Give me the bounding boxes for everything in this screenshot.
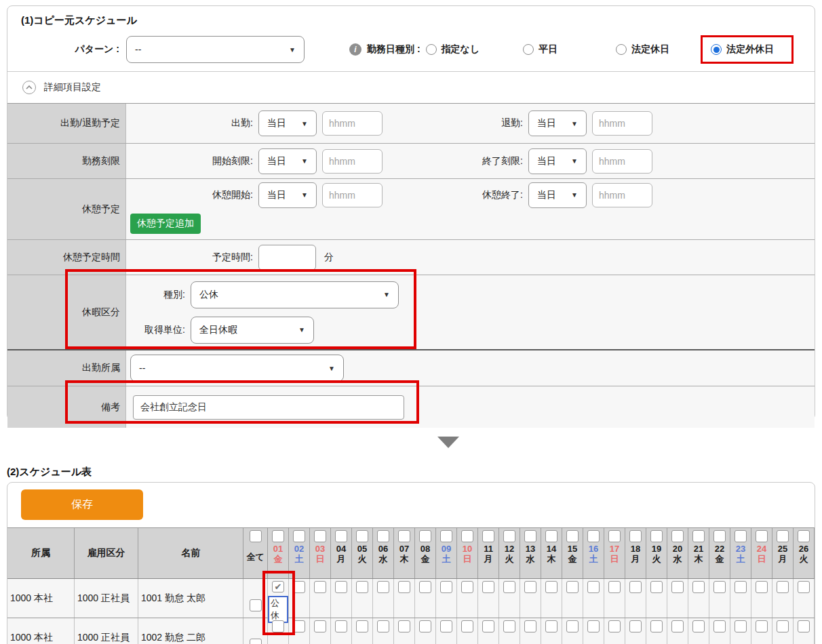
pattern-select[interactable]: -- ▼ bbox=[126, 36, 305, 63]
day-checkbox[interactable] bbox=[461, 581, 473, 593]
day-checkbox[interactable] bbox=[440, 620, 452, 632]
save-button[interactable]: 保存 bbox=[21, 489, 143, 520]
holiday-kind-select[interactable]: 公休 ▼ bbox=[191, 281, 399, 308]
day-checkbox[interactable] bbox=[419, 620, 431, 632]
clock-in-day-select[interactable]: 当日 ▼ bbox=[258, 110, 317, 136]
row-select-checkbox[interactable] bbox=[250, 599, 262, 611]
day-checkbox[interactable] bbox=[587, 581, 600, 593]
column-select-checkbox[interactable] bbox=[798, 530, 810, 542]
day-checkbox[interactable] bbox=[566, 581, 579, 593]
collapse-chevron-up-icon[interactable] bbox=[22, 81, 36, 94]
day-checkbox[interactable] bbox=[587, 620, 600, 632]
column-select-checkbox[interactable] bbox=[566, 530, 579, 542]
row-select-checkbox[interactable] bbox=[250, 639, 262, 644]
add-break-plan-button[interactable]: 休憩予定追加 bbox=[130, 214, 201, 234]
day-checkbox[interactable] bbox=[756, 620, 768, 632]
column-select-checkbox[interactable] bbox=[713, 530, 726, 542]
radio-unspecified[interactable]: 指定なし bbox=[426, 43, 480, 56]
column-select-checkbox[interactable] bbox=[482, 530, 494, 542]
day-checkbox[interactable] bbox=[293, 581, 305, 593]
attendance-dept-select[interactable]: -- ▼ bbox=[130, 355, 344, 382]
day-checkbox[interactable] bbox=[314, 581, 326, 593]
day-checkbox[interactable] bbox=[650, 581, 663, 593]
select-all-checkbox[interactable] bbox=[250, 530, 262, 542]
column-select-checkbox[interactable] bbox=[377, 530, 389, 542]
day-checkbox[interactable] bbox=[335, 581, 347, 593]
day-checkbox[interactable] bbox=[777, 581, 789, 593]
column-select-checkbox[interactable] bbox=[650, 530, 663, 542]
day-checkbox[interactable] bbox=[398, 620, 410, 632]
day-checkbox[interactable] bbox=[671, 620, 684, 632]
day-checkbox[interactable] bbox=[356, 620, 368, 632]
day-checkbox[interactable] bbox=[798, 581, 810, 593]
day-checkbox[interactable] bbox=[692, 581, 705, 593]
break-end-time-input[interactable] bbox=[592, 183, 652, 207]
day-checkbox[interactable] bbox=[503, 581, 515, 593]
day-checkbox[interactable] bbox=[293, 620, 305, 632]
column-select-checkbox[interactable] bbox=[356, 530, 368, 542]
day-checkbox[interactable] bbox=[545, 620, 557, 632]
break-start-time-input[interactable] bbox=[322, 183, 383, 207]
column-select-checkbox[interactable] bbox=[735, 530, 747, 542]
radio-weekday[interactable]: 平日 bbox=[523, 43, 557, 56]
start-deadline-day-select[interactable]: 当日 ▼ bbox=[258, 148, 317, 174]
holiday-unit-select[interactable]: 全日休暇 ▼ bbox=[191, 317, 314, 344]
end-deadline-time-input[interactable] bbox=[592, 149, 652, 174]
radio-non-legal-holiday[interactable]: 法定外休日 bbox=[711, 43, 774, 56]
column-select-checkbox[interactable] bbox=[777, 530, 789, 542]
day-checkbox[interactable] bbox=[377, 620, 389, 632]
column-select-checkbox[interactable] bbox=[314, 530, 326, 542]
day-checkbox[interactable] bbox=[482, 620, 494, 632]
radio-legal-holiday[interactable]: 法定休日 bbox=[616, 43, 669, 56]
day-checkbox[interactable] bbox=[629, 581, 642, 593]
day-checkbox[interactable] bbox=[503, 620, 515, 632]
clock-out-day-select[interactable]: 当日 ▼ bbox=[528, 110, 587, 136]
day-checkbox[interactable] bbox=[608, 581, 621, 593]
day-checkbox[interactable] bbox=[713, 620, 726, 632]
day-checkbox[interactable] bbox=[377, 581, 389, 593]
day-checkbox[interactable] bbox=[566, 620, 579, 632]
column-select-checkbox[interactable] bbox=[461, 530, 473, 542]
radio-icon[interactable] bbox=[523, 44, 534, 55]
day-checkbox[interactable] bbox=[545, 581, 557, 593]
day-checkbox[interactable] bbox=[524, 581, 536, 593]
column-select-checkbox[interactable] bbox=[608, 530, 621, 542]
column-select-checkbox[interactable] bbox=[545, 530, 557, 542]
planned-time-input[interactable] bbox=[258, 245, 316, 270]
day-checkbox[interactable] bbox=[798, 620, 810, 632]
day-checkbox[interactable] bbox=[608, 620, 621, 632]
day-checkbox[interactable] bbox=[735, 581, 747, 593]
note-input[interactable] bbox=[133, 395, 404, 420]
column-select-checkbox[interactable] bbox=[503, 530, 515, 542]
day-checkbox[interactable] bbox=[629, 620, 642, 632]
column-select-checkbox[interactable] bbox=[587, 530, 600, 542]
break-start-day-select[interactable]: 当日 ▼ bbox=[258, 182, 317, 208]
clock-out-time-input[interactable] bbox=[592, 111, 652, 136]
break-end-day-select[interactable]: 当日 ▼ bbox=[528, 182, 587, 208]
detail-settings-toggle[interactable]: 詳細項目設定 bbox=[7, 72, 815, 103]
day-checkbox[interactable] bbox=[524, 620, 536, 632]
day-checkbox[interactable] bbox=[756, 581, 768, 593]
day-checkbox[interactable] bbox=[671, 581, 684, 593]
day-checkbox[interactable] bbox=[692, 620, 705, 632]
column-select-checkbox[interactable] bbox=[398, 530, 410, 542]
column-select-checkbox[interactable] bbox=[440, 530, 452, 542]
column-select-checkbox[interactable] bbox=[272, 530, 284, 542]
column-select-checkbox[interactable] bbox=[419, 530, 431, 542]
day-checkbox[interactable]: ✔ bbox=[272, 581, 284, 592]
column-select-checkbox[interactable] bbox=[756, 530, 768, 542]
day-checkbox[interactable] bbox=[335, 620, 347, 632]
start-deadline-time-input[interactable] bbox=[322, 149, 383, 174]
day-checkbox[interactable] bbox=[650, 620, 663, 632]
day-checkbox[interactable] bbox=[314, 620, 326, 632]
day-checkbox[interactable] bbox=[356, 581, 368, 593]
day-checkbox[interactable] bbox=[419, 581, 431, 593]
day-checkbox[interactable] bbox=[713, 581, 726, 593]
column-select-checkbox[interactable] bbox=[293, 530, 305, 542]
column-select-checkbox[interactable] bbox=[524, 530, 536, 542]
day-checkbox[interactable] bbox=[735, 620, 747, 632]
column-select-checkbox[interactable] bbox=[671, 530, 684, 542]
radio-icon[interactable] bbox=[426, 44, 437, 55]
radio-icon[interactable] bbox=[616, 44, 627, 55]
info-icon[interactable]: i bbox=[349, 43, 361, 56]
